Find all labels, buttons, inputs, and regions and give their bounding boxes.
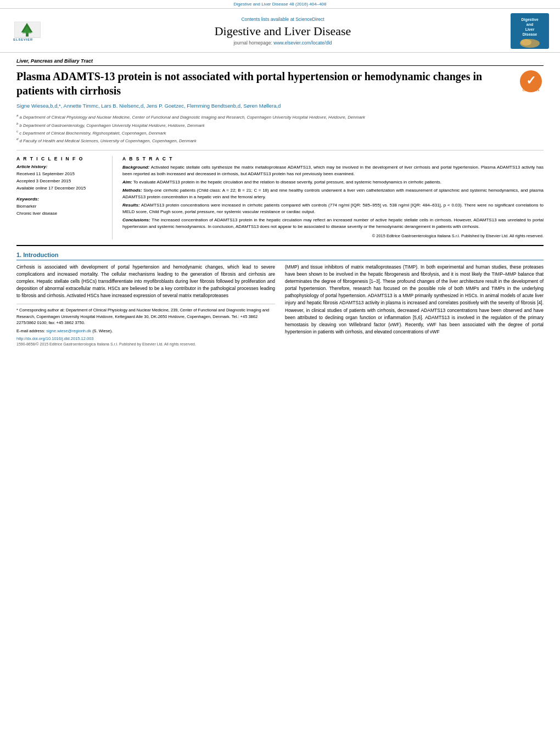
affil-c: c c Department of Clinical Biochemistry,… <box>16 129 544 136</box>
authors: Signe Wiesea,b,d,*, Annette Timmc, Lars … <box>16 102 544 110</box>
history-dates: Received 11 September 2015 Accepted 3 De… <box>16 171 105 192</box>
available-date: Available online 17 December 2015 <box>16 185 105 192</box>
article-title: Plasma ADAMTS-13 protein is not associat… <box>16 69 519 98</box>
issn-line: 1590-8658/© 2015 Editrice Gastroenterolo… <box>16 342 275 346</box>
sciencedirect-link[interactable]: ScienceDirect <box>295 16 324 22</box>
svg-text:Liver: Liver <box>525 27 535 31</box>
footnote-star: * Corresponding author at: Department of… <box>16 307 275 326</box>
abstract-title: A B S T R A C T <box>122 156 544 161</box>
article-info-abstract: A R T I C L E I N F O Article history: R… <box>16 156 544 246</box>
accepted-date: Accepted 3 December 2015 <box>16 178 105 185</box>
methods-text: Sixty-one cirrhotic patients (Child clas… <box>122 188 544 199</box>
svg-text:Disease: Disease <box>523 32 537 36</box>
journal-title: Digestive and Liver Disease <box>66 24 500 38</box>
journal-header: ELSEVIER Contents lists available at Sci… <box>0 9 560 53</box>
intro-left-paragraph: Cirrhosis is associated with development… <box>16 264 275 300</box>
journal-logo-right: Digestive and Liver Disease <box>511 13 549 49</box>
svg-text:Digestive: Digestive <box>521 18 538 22</box>
section-label: Liver, Pancreas and Biliary Tract <box>16 58 544 66</box>
article-title-row: Plasma ADAMTS-13 protein is not associat… <box>16 69 544 98</box>
results-label: Results: <box>122 203 140 208</box>
volume-info-text: Digestive and Liver Disease 48 (2016) 40… <box>234 2 327 7</box>
affil-b: b b Department of Gastroenterology, Cope… <box>16 121 544 129</box>
conclusions-label: Conclusions: <box>122 217 150 222</box>
body-left-col: Cirrhosis is associated with development… <box>16 264 275 347</box>
elsevier-tree-icon: ELSEVIER <box>11 21 44 42</box>
intro-section: 1. Introduction Cirrhosis is associated … <box>16 252 544 347</box>
background-label: Background: <box>122 165 149 170</box>
crossmark-icon: ✓ CrossMark <box>519 69 544 94</box>
conclusions-text: The increased concentration of ADAMTS13 … <box>122 217 544 229</box>
affiliations: a a Department of Clinical Physiology an… <box>16 113 544 150</box>
keyword-chronic: Chronic liver disease <box>16 210 105 217</box>
copyright: © 2015 Editrice Gastroenterologica Itali… <box>122 233 544 239</box>
intro-title: 1. Introduction <box>16 252 544 260</box>
abstract-text: Background: Activated hepatic stellate c… <box>122 164 544 239</box>
received-date: Received 11 September 2015 <box>16 171 105 178</box>
sciencedirect-text: Contents lists available at ScienceDirec… <box>66 16 500 22</box>
digestive-journal-logo: Digestive and Liver Disease <box>511 13 549 49</box>
keywords-list: Biomarker Chronic liver disease <box>16 203 105 217</box>
volume-info: Digestive and Liver Disease 48 (2016) 40… <box>0 0 560 9</box>
affil-a: a a Department of Clinical Physiology an… <box>16 113 544 120</box>
svg-text:ELSEVIER: ELSEVIER <box>13 38 33 41</box>
elsevier-logo: ELSEVIER <box>11 16 55 46</box>
footnotes: * Corresponding author at: Department of… <box>16 304 275 334</box>
main-content: Liver, Pancreas and Biliary Tract Plasma… <box>0 53 560 352</box>
article-history-label: Article history: <box>16 164 105 169</box>
keyword-biomarker: Biomarker <box>16 203 105 210</box>
svg-text:and: and <box>527 23 533 26</box>
methods-label: Methods: <box>122 188 142 193</box>
section-number: 1. <box>16 252 21 258</box>
abstract-col: A B S T R A C T Background: Activated he… <box>122 156 544 239</box>
svg-point-12 <box>520 39 531 46</box>
aim-label: Aim: <box>122 180 132 185</box>
section-title: Introduction <box>23 252 58 258</box>
doi-line[interactable]: http://dx.doi.org/10.1016/j.dld.2015.12.… <box>16 336 275 341</box>
affil-d: d d Faculty of Health and Medical Scienc… <box>16 137 544 144</box>
footnote-email: E-mail address: signe.wiese@regionh.dk (… <box>16 328 275 334</box>
body-two-col: Cirrhosis is associated with development… <box>16 264 544 347</box>
svg-text:CrossMark: CrossMark <box>522 88 540 92</box>
body-right-col: (MMP) and tissue inhibitors of matrix me… <box>285 264 544 347</box>
svg-text:✓: ✓ <box>526 74 536 87</box>
article-info-col: A R T I C L E I N F O Article history: R… <box>16 156 113 239</box>
background-text: Activated hepatic stellate cells synthes… <box>122 165 544 176</box>
body-right-text: (MMP) and tissue inhibitors of matrix me… <box>285 264 544 336</box>
email-link[interactable]: signe.wiese@regionh.dk <box>46 328 91 333</box>
keywords-label: Keywords: <box>16 197 105 202</box>
body-left-text: Cirrhosis is associated with development… <box>16 264 275 300</box>
aim-text: To evaluate ADAMTS13 protein in the hepa… <box>133 180 441 185</box>
results-text: ADAMTS13 protein concentrations were inc… <box>122 203 544 214</box>
crossmark-logo: ✓ CrossMark <box>519 69 544 95</box>
journal-homepage: journal homepage: www.elsevier.com/locat… <box>66 40 500 46</box>
header-center: Contents lists available at ScienceDirec… <box>55 16 511 46</box>
homepage-url[interactable]: www.elsevier.com/locate/dld <box>273 40 332 46</box>
article-info-title: A R T I C L E I N F O <box>16 156 105 161</box>
intro-right-paragraph: (MMP) and tissue inhibitors of matrix me… <box>285 264 544 336</box>
